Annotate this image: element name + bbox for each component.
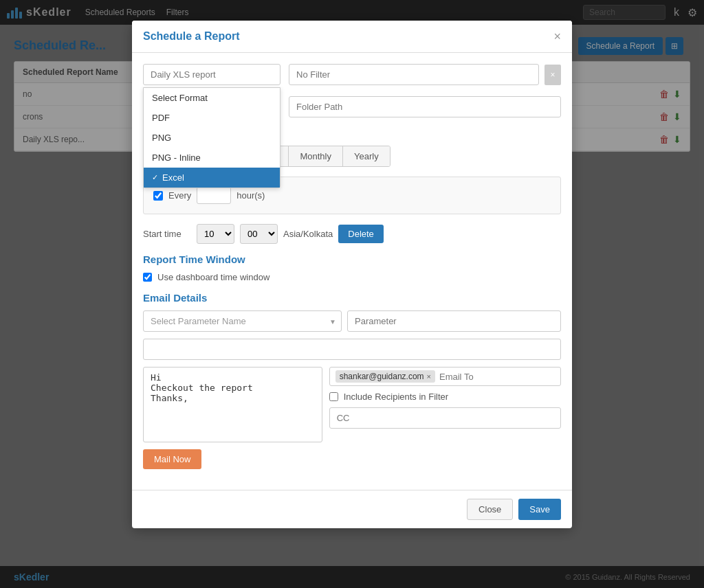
format-display-input[interactable] [143,64,280,85]
time-window-checkbox[interactable] [143,273,152,282]
dropdown-label: PNG [152,133,171,143]
param-select[interactable]: Select Parameter Name [143,310,342,332]
email-tag-close-icon[interactable]: × [427,372,431,381]
format-right: × [289,64,561,117]
modal-close-button[interactable]: × [553,30,561,43]
filter-row-top: × [289,64,561,85]
modal-overlay: Schedule a Report × Select Format PDF [0,0,704,588]
every-checkbox[interactable] [153,191,163,201]
subject-input[interactable]: Daily XLS report [143,339,561,360]
format-dropdown: Select Format PDF PNG PNG - Inline ✓ [143,87,280,188]
start-time-label: Start time [143,229,191,239]
dropdown-item-pdf[interactable]: PDF [144,108,280,128]
time-window-checkbox-row: Use dashboard time window [143,272,561,282]
dropdown-label: Select Format [152,93,208,103]
every-value-input[interactable]: 12 [197,187,231,204]
dropdown-item-png[interactable]: PNG [144,128,280,148]
format-select-wrapper: Select Format PDF PNG PNG - Inline ✓ [143,64,280,85]
time-window-section: Report Time Window Use dashboard time wi… [143,253,561,282]
every-row: Every 12 hour(s) [153,187,551,204]
tab-yearly[interactable]: Yearly [343,146,390,166]
dropdown-label: PNG - Inline [152,152,201,163]
email-to-row: shankar@guidanz.com × [329,367,561,386]
check-icon: ✓ [152,173,158,182]
filter-input[interactable] [289,64,539,85]
every-label: Every [168,190,191,201]
hours-label: hour(s) [236,190,265,201]
email-section: Email Details Select Parameter Name ▼ Da… [143,292,561,469]
param-value-input[interactable] [347,310,561,332]
start-time-row: Start time 10 00 Asia/Kolkata Delete [143,224,561,244]
modal-title: Schedule a Report [143,30,239,43]
dropdown-item-select-format[interactable]: Select Format [144,88,280,108]
time-window-title: Report Time Window [143,253,561,265]
start-hour-select[interactable]: 10 [197,224,234,244]
filter-clear-button[interactable]: × [544,65,561,85]
modal-body: Select Format PDF PNG PNG - Inline ✓ [132,53,572,490]
dropdown-label: PDF [152,113,170,123]
email-to-input[interactable] [439,372,555,382]
modal-header: Schedule a Report × [132,21,572,53]
time-window-label: Use dashboard time window [157,272,270,282]
include-recipients-label: Include Recipients in Filter [344,392,448,402]
param-select-wrapper: Select Parameter Name ▼ [143,310,342,332]
delete-button[interactable]: Delete [338,225,384,243]
save-button[interactable]: Save [518,499,561,520]
timezone-text: Asia/Kolkata [283,229,333,239]
schedule-modal: Schedule a Report × Select Format PDF [132,21,572,528]
email-body-textarea[interactable]: Hi Checkout the report Thanks, [143,367,322,442]
start-minute-select[interactable]: 00 [240,224,278,244]
folder-path-input[interactable] [289,96,561,117]
email-section-title: Email Details [143,292,561,304]
mail-now-button[interactable]: Mail Now [143,449,201,469]
cc-input[interactable] [329,407,561,429]
dropdown-item-png-inline[interactable]: PNG - Inline [144,148,280,168]
include-recipients-row: Include Recipients in Filter [329,392,561,402]
format-section: Select Format PDF PNG PNG - Inline ✓ [143,64,561,117]
dropdown-label: Excel [162,172,184,183]
email-tag: shankar@guidanz.com × [336,370,435,383]
include-recipients-checkbox[interactable] [329,392,338,401]
close-modal-button[interactable]: Close [467,499,513,520]
email-tag-text: shankar@guidanz.com [340,372,424,381]
email-body-row: Hi Checkout the report Thanks, shankar@g… [143,367,561,442]
modal-footer: Close Save [132,490,572,528]
tab-monthly[interactable]: Monthly [289,146,343,166]
email-right: shankar@guidanz.com × Include Recipients… [329,367,561,442]
param-row: Select Parameter Name ▼ [143,310,561,332]
dropdown-item-excel[interactable]: ✓ Excel [144,168,280,188]
